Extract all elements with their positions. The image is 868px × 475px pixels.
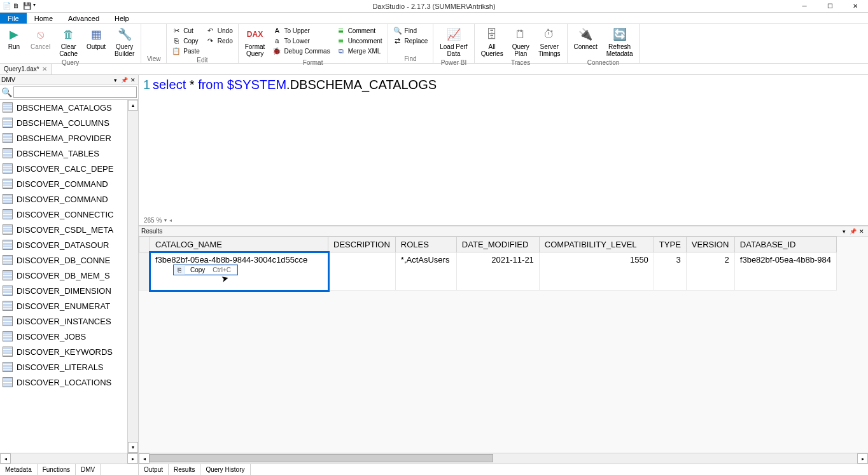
maximize-button[interactable]: ☐ <box>817 0 843 13</box>
merge-xml-button[interactable]: ⧉Merge XML <box>334 46 385 56</box>
tab-output[interactable]: Output <box>139 464 169 475</box>
table-row[interactable]: f3be82bf-05ea-4b8b-9844-3004c1d55cce *,A… <box>139 252 837 291</box>
comment-button[interactable]: ≣Comment <box>334 25 385 36</box>
col-compat-level[interactable]: COMPATIBILITY_LEVEL <box>539 237 654 252</box>
col-database-id[interactable]: DATABASE_ID <box>734 237 836 252</box>
dmv-item[interactable]: DISCOVER_COMMAND <box>0 176 127 191</box>
help-tab[interactable]: Help <box>107 13 137 24</box>
run-button[interactable]: ▶ Run <box>3 25 25 52</box>
dmv-item[interactable]: DISCOVER_DATASOUR <box>0 237 127 252</box>
row-header-corner[interactable] <box>139 237 150 252</box>
cell-version[interactable]: 2 <box>686 252 734 291</box>
cell-type[interactable]: 3 <box>654 252 686 291</box>
tab-results[interactable]: Results <box>169 464 200 475</box>
tab-functions[interactable]: Functions <box>38 464 76 475</box>
results-grid[interactable]: CATALOG_NAME DESCRIPTION ROLES DATE_MODI… <box>139 237 868 453</box>
dmv-item[interactable]: DISCOVER_COMMAND <box>0 191 127 207</box>
panel-pin-icon[interactable]: 📌 <box>120 76 128 84</box>
tab-metadata[interactable]: Metadata <box>0 464 38 475</box>
dmv-item[interactable]: DISCOVER_DIMENSION <box>0 283 127 298</box>
document-tab[interactable]: Query1.dax* ✕ <box>0 64 52 74</box>
cell-roles[interactable]: *,ActAsUsers <box>395 252 456 291</box>
dmv-item[interactable]: DISCOVER_INSTANCES <box>0 313 127 329</box>
panel-close-icon[interactable]: ✕ <box>129 76 137 84</box>
advanced-tab[interactable]: Advanced <box>60 13 107 24</box>
query-builder-button[interactable]: 🔧 Query Builder <box>111 25 138 59</box>
redo-button[interactable]: ↷Redo <box>204 36 235 46</box>
qat-dropdown-icon[interactable]: ▾ <box>33 2 42 11</box>
format-query-button[interactable]: DAX Format Query <box>241 25 269 59</box>
all-queries-button[interactable]: 🗄 All Queries <box>477 25 507 59</box>
panel-dropdown-icon[interactable]: ▾ <box>111 76 119 84</box>
dmv-horizontal-scrollbar[interactable]: ◂ ▸ <box>0 453 138 464</box>
context-menu-copy[interactable]: Copy <box>185 265 210 275</box>
cell-database-id[interactable]: f3be82bf-05ea-4b8b-984 <box>734 252 836 291</box>
panel-dropdown-icon[interactable]: ▾ <box>840 228 848 235</box>
tab-query-history[interactable]: Query History <box>200 464 250 475</box>
paste-button[interactable]: 📋Paste <box>169 46 202 56</box>
find-button[interactable]: 🔍Find <box>391 25 431 36</box>
minimize-button[interactable]: ─ <box>792 0 817 13</box>
row-header[interactable] <box>139 252 150 291</box>
to-lower-button[interactable]: aTo Lower <box>270 36 332 46</box>
replace-button[interactable]: ⇄Replace <box>391 36 431 46</box>
col-date-modified[interactable]: DATE_MODIFIED <box>456 237 539 252</box>
cell-date-modified[interactable]: 2021-11-21 <box>456 252 539 291</box>
scroll-track[interactable] <box>150 453 857 464</box>
undo-button[interactable]: ↶Undo <box>204 25 235 36</box>
server-timings-button[interactable]: ⏱ Server Timings <box>535 25 564 59</box>
scroll-track[interactable] <box>128 111 138 442</box>
scroll-left-tiny-icon[interactable]: ◂ <box>169 217 172 223</box>
dmv-item[interactable]: DISCOVER_LITERALS <box>0 359 127 375</box>
context-menu[interactable]: ⎘ Copy Ctrl+C <box>173 265 238 275</box>
dmv-item[interactable]: DISCOVER_KEYWORDS <box>0 344 127 359</box>
dmv-vertical-scrollbar[interactable]: ▴ ▾ <box>127 100 138 453</box>
connect-button[interactable]: 🔌 Connect <box>570 25 601 52</box>
cancel-button[interactable]: ⦸ Cancel <box>27 25 54 52</box>
dmv-item[interactable]: DISCOVER_ENUMERAT <box>0 298 127 313</box>
new-connected-icon[interactable]: 🗎 <box>13 2 22 11</box>
tab-dmv[interactable]: DMV <box>76 464 101 475</box>
clear-cache-button[interactable]: 🗑 Clear Cache <box>55 25 81 59</box>
dmv-item[interactable]: DBSCHEMA_PROVIDER <box>0 130 127 146</box>
scroll-thumb[interactable] <box>150 454 493 462</box>
uncomment-button[interactable]: ≣Uncomment <box>334 36 385 46</box>
output-button[interactable]: ▦ Output <box>83 25 109 52</box>
scroll-left-arrow[interactable]: ◂ <box>139 453 150 464</box>
dmv-item[interactable]: DISCOVER_CALC_DEPE <box>0 161 127 176</box>
scroll-right-arrow[interactable]: ▸ <box>127 453 138 464</box>
dmv-item[interactable]: DBSCHEMA_COLUMNS <box>0 115 127 130</box>
scroll-track[interactable] <box>11 453 127 464</box>
cell-compat-level[interactable]: 1550 <box>539 252 654 291</box>
code-editor[interactable]: 1 select * from $SYSTEM.DBSCHEMA_CATALOG… <box>139 75 868 226</box>
editor-zoom[interactable]: 265 % ▾ ◂ <box>144 217 172 224</box>
refresh-metadata-button[interactable]: 🔄 Refresh Metadata <box>603 25 637 59</box>
close-window-button[interactable]: ✕ <box>843 0 868 13</box>
dmv-item[interactable]: DISCOVER_DB_MEM_S <box>0 268 127 283</box>
cut-button[interactable]: ✂Cut <box>169 25 202 36</box>
results-horizontal-scrollbar[interactable]: ◂ ▸ <box>139 453 868 464</box>
panel-pin-icon[interactable]: 📌 <box>849 228 857 235</box>
scroll-left-arrow[interactable]: ◂ <box>0 453 11 464</box>
col-description[interactable]: DESCRIPTION <box>328 237 396 252</box>
debug-commas-button[interactable]: 🐞Debug Commas <box>270 46 332 56</box>
dmv-item[interactable]: DISCOVER_JOBS <box>0 329 127 344</box>
copy-button[interactable]: ⎘Copy <box>169 36 202 46</box>
dmv-search-input[interactable] <box>13 86 137 98</box>
query-plan-button[interactable]: 🗒 Query Plan <box>508 25 533 59</box>
to-upper-button[interactable]: ATo Upper <box>270 25 332 36</box>
close-icon[interactable]: ✕ <box>42 65 47 72</box>
panel-close-icon[interactable]: ✕ <box>858 228 865 235</box>
dmv-item[interactable]: DISCOVER_LOCATIONS <box>0 375 127 390</box>
col-type[interactable]: TYPE <box>654 237 686 252</box>
file-tab[interactable]: File <box>0 13 27 24</box>
dmv-list[interactable]: DBSCHEMA_CATALOGSDBSCHEMA_COLUMNSDBSCHEM… <box>0 100 127 453</box>
dmv-item[interactable]: DISCOVER_DB_CONNE <box>0 252 127 268</box>
dmv-item[interactable]: DISCOVER_CSDL_META <box>0 222 127 237</box>
home-tab[interactable]: Home <box>27 13 60 24</box>
col-version[interactable]: VERSION <box>686 237 734 252</box>
new-icon[interactable]: 📄 <box>3 2 11 11</box>
scroll-down-arrow[interactable]: ▾ <box>128 442 138 453</box>
cell-description[interactable] <box>328 252 396 291</box>
chevron-down-icon[interactable]: ▾ <box>164 217 167 223</box>
